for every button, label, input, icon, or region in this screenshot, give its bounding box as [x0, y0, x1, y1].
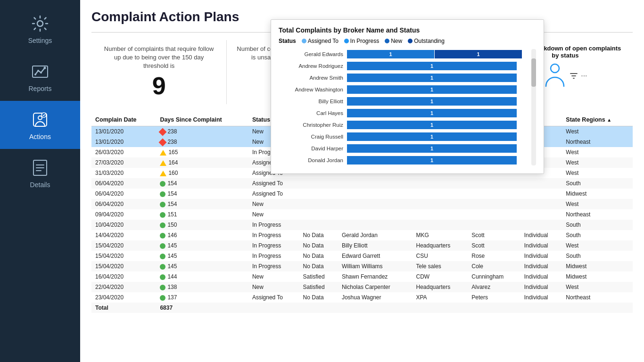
chart-overlay: Total Complaints by Broker Name and Stat…: [271, 19, 544, 174]
scrollbar-track[interactable]: [531, 49, 536, 165]
cell-extra4: Rose: [468, 251, 520, 261]
chart-title: Total Complaints by Broker Name and Stat…: [279, 26, 536, 34]
total-days: 6837: [156, 303, 248, 313]
cell-extra5: Individual: [520, 282, 562, 292]
sidebar-reports-label: Reports: [28, 85, 51, 92]
green-dot-indicator: [160, 285, 165, 290]
cell-date: 15/04/2020: [91, 261, 156, 272]
cell-extra1: No Data: [299, 292, 338, 303]
cell-status: New: [248, 209, 299, 220]
chart-row: Craig Russell 1: [279, 132, 529, 142]
cell-days: 154: [156, 189, 248, 199]
cell-extra2: Gerald Jordan: [338, 230, 413, 240]
table-row: 06/04/2020 154 Assigned To Midwest: [91, 189, 633, 199]
cell-region: Midwest: [562, 189, 633, 199]
cell-extra2: Billy Elliott: [338, 240, 413, 251]
cell-date: 15/04/2020: [91, 240, 156, 251]
table-row: 14/04/2020 146 In Progress No Data Geral…: [91, 230, 633, 240]
svg-point-7: [38, 116, 42, 120]
scrollbar-thumb[interactable]: [531, 58, 536, 87]
cell-days: 145: [156, 261, 248, 272]
chart-row: Andrew Smith 1: [279, 73, 529, 83]
sidebar-item-settings[interactable]: Settings: [0, 5, 80, 53]
cell-region: Northeast: [562, 292, 633, 303]
reports-icon: [30, 61, 50, 82]
chart-legend: Status Assigned To In Progress New Outst…: [279, 38, 536, 44]
chart-row: Donald Jordan 1: [279, 155, 529, 165]
cell-date: 15/04/2020: [91, 251, 156, 261]
cell-date: 09/04/2020: [91, 209, 156, 220]
green-dot-indicator: [160, 191, 165, 197]
col-header-region: State Regions ▲: [562, 114, 633, 126]
svg-point-3: [37, 70, 39, 72]
cell-date: 26/03/2020: [91, 147, 156, 157]
cell-region: West: [562, 126, 633, 137]
svg-point-2: [44, 67, 46, 69]
cell-extra2: William Williams: [338, 261, 413, 272]
cell-extra5: [520, 178, 562, 189]
filter-icon[interactable]: [570, 72, 578, 80]
cell-date: 14/04/2020: [91, 230, 156, 240]
cell-status: New: [248, 199, 299, 209]
chart-row: Andrew Rodriguez 1: [279, 61, 529, 71]
green-dot-indicator: [160, 212, 165, 218]
cell-region: Northeast: [562, 209, 633, 220]
table-row: 16/04/2020 144 New Satisfied Shawn Ferna…: [91, 272, 633, 282]
green-dot-indicator: [160, 243, 165, 249]
cell-days: 144: [156, 272, 248, 282]
cell-days: 137: [156, 292, 248, 303]
cell-extra4: [468, 199, 520, 209]
cell-extra3: XPA: [412, 292, 468, 303]
cell-region: Midwest: [562, 272, 633, 282]
cell-days: 164: [156, 157, 248, 168]
cell-extra4: [468, 189, 520, 199]
cell-extra4: Peters: [468, 292, 520, 303]
cell-days: 154: [156, 199, 248, 209]
cell-days: 165: [156, 147, 248, 157]
cell-date: 27/03/2020: [91, 157, 156, 168]
cell-extra3: Headquarters: [412, 240, 468, 251]
cell-extra4: [468, 220, 520, 230]
table-row: 15/04/2020 145 In Progress No Data Willi…: [91, 261, 633, 272]
triangle-indicator: [160, 160, 166, 166]
cell-days: 238: [156, 137, 248, 147]
cell-date: 13/01/2020: [91, 137, 156, 147]
region-scroll-up[interactable]: ▲: [607, 117, 611, 123]
cell-extra2: Nicholas Carpenter: [338, 282, 413, 292]
cell-extra5: Individual: [520, 261, 562, 272]
sidebar-item-details[interactable]: Details: [0, 149, 80, 197]
cell-extra3: CSU: [412, 251, 468, 261]
sidebar-item-reports[interactable]: Reports: [0, 53, 80, 101]
green-dot-indicator: [160, 202, 165, 207]
cell-extra4: [468, 178, 520, 189]
green-dot-indicator: [160, 181, 165, 187]
cell-extra2: Edward Garrett: [338, 251, 413, 261]
cell-extra1: No Data: [299, 240, 338, 251]
cell-status: In Progress: [248, 220, 299, 230]
cell-extra1: [299, 220, 338, 230]
cell-extra5: [520, 189, 562, 199]
cell-region: West: [562, 168, 633, 178]
table-row: 15/04/2020 145 In Progress No Data Billy…: [91, 240, 633, 251]
cell-status: In Progress: [248, 240, 299, 251]
more-options[interactable]: ···: [581, 72, 587, 80]
cell-extra1: Satisfied: [299, 272, 338, 282]
cell-days: 145: [156, 251, 248, 261]
cell-extra1: No Data: [299, 261, 338, 272]
cell-region: West: [562, 147, 633, 157]
diamond-indicator: [159, 128, 167, 136]
cell-extra1: [299, 199, 338, 209]
diamond-indicator: [159, 138, 167, 146]
cell-days: 154: [156, 178, 248, 189]
cell-extra1: No Data: [299, 251, 338, 261]
legend-dot-outstanding: [408, 39, 413, 43]
cell-extra2: [338, 209, 413, 220]
cell-status: New: [248, 272, 299, 282]
legend-assigned: Assigned To: [302, 38, 339, 44]
cell-date: 31/03/2020: [91, 168, 156, 178]
cell-extra2: [338, 178, 413, 189]
sidebar-item-actions[interactable]: Actions: [0, 101, 80, 149]
cell-extra4: Cole: [468, 261, 520, 272]
table-section: Total Complaints by Broker Name and Stat…: [91, 114, 633, 313]
cell-region: South: [562, 251, 633, 261]
